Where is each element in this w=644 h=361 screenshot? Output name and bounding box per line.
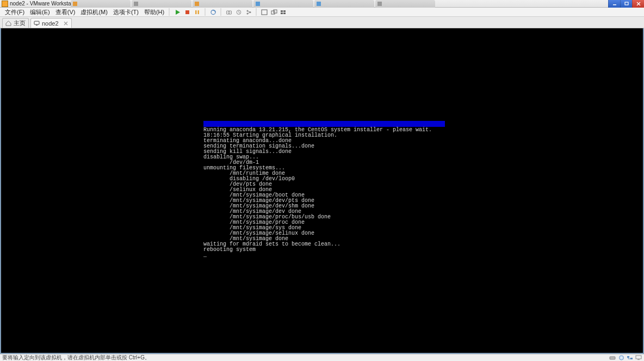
separator	[169, 8, 170, 16]
vm-display-frame: Running anaconda 13.21.215, the CentOS s…	[0, 28, 644, 354]
svg-rect-15	[271, 11, 275, 14]
tab-home[interactable]: 主页	[2, 18, 29, 28]
svg-rect-3	[185, 10, 189, 14]
browser-background-tabs	[71, 0, 435, 8]
window-minimize-button[interactable]	[608, 0, 620, 8]
power-on-button[interactable]	[174, 8, 182, 16]
home-icon	[5, 20, 11, 26]
svg-rect-21	[34, 21, 39, 25]
vm-console[interactable]: Running anaconda 13.21.215, the CentOS s…	[1, 28, 643, 353]
svg-rect-4	[195, 10, 197, 14]
favicon-icon	[256, 2, 260, 6]
separator	[220, 8, 221, 16]
svg-point-9	[228, 11, 230, 14]
snapshot-take-button[interactable]	[225, 8, 233, 16]
bg-tab[interactable]	[375, 0, 435, 8]
menu-edit[interactable]: 编辑(E)	[27, 8, 53, 17]
progress-bar	[203, 121, 445, 127]
power-off-button[interactable]	[183, 8, 191, 16]
document-tabstrip: 主页 node2	[0, 17, 644, 28]
bg-tab[interactable]	[314, 0, 374, 8]
snapshot-button[interactable]	[209, 8, 217, 16]
unity-button[interactable]	[270, 8, 278, 16]
cd-icon[interactable]	[618, 355, 624, 360]
statusbar-device-icons	[609, 355, 642, 360]
bg-tab[interactable]	[71, 0, 131, 8]
tab-node2-label: node2	[42, 20, 59, 27]
favicon-icon	[317, 2, 321, 6]
window-close-button[interactable]	[632, 0, 644, 8]
window-controls	[608, 0, 644, 8]
hdd-icon[interactable]	[609, 355, 616, 360]
console-text: Running anaconda 13.21.215, the CentOS s…	[203, 127, 445, 258]
svg-rect-16	[274, 10, 277, 13]
menu-help[interactable]: 帮助(H)	[141, 8, 167, 17]
bg-tab[interactable]	[193, 0, 252, 8]
svg-rect-0	[613, 4, 616, 5]
snapshot-revert-button[interactable]	[234, 8, 243, 16]
vmware-app-icon	[2, 1, 8, 7]
toolbar	[174, 8, 288, 16]
console-output: Running anaconda 13.21.215, the CentOS s…	[203, 121, 445, 258]
svg-rect-5	[198, 10, 200, 14]
bg-tab[interactable]	[132, 0, 191, 8]
menu-tabs[interactable]: 选项卡(T)	[110, 8, 141, 17]
window-titlebar: node2 - VMware Workstation	[0, 0, 644, 8]
svg-rect-1	[625, 2, 628, 5]
svg-marker-2	[176, 10, 180, 15]
menubar: 文件(F) 编辑(E) 查看(V) 虚拟机(M) 选项卡(T) 帮助(H)	[0, 8, 644, 17]
svg-point-25	[621, 357, 622, 358]
svg-rect-18	[283, 10, 286, 12]
network-icon[interactable]	[627, 355, 633, 360]
svg-rect-28	[636, 356, 641, 359]
suspend-button[interactable]	[193, 8, 201, 16]
menu-vm[interactable]: 虚拟机(M)	[78, 8, 110, 17]
svg-rect-26	[627, 356, 629, 358]
separator	[205, 8, 206, 16]
svg-rect-14	[262, 10, 267, 15]
svg-rect-17	[281, 10, 283, 12]
tab-close-button[interactable]	[63, 21, 69, 26]
separator	[256, 8, 257, 16]
tab-home-label: 主页	[14, 19, 26, 27]
favicon-icon	[195, 2, 199, 6]
window-title: node2 - VMware Workstation	[10, 1, 80, 7]
bg-tab[interactable]	[253, 0, 313, 8]
menu-file[interactable]: 文件(F)	[2, 8, 27, 17]
favicon-icon	[377, 2, 382, 6]
svg-rect-29	[637, 359, 640, 360]
statusbar-hint: 要将输入定向到该虚拟机，请在虚拟机内部单击或按 Ctrl+G。	[2, 354, 150, 361]
thumbnail-button[interactable]	[280, 8, 288, 16]
menu-view[interactable]: 查看(V)	[53, 8, 78, 17]
display-icon[interactable]	[635, 355, 642, 360]
tab-node2[interactable]: node2	[30, 18, 72, 28]
favicon-icon	[73, 2, 77, 6]
svg-rect-20	[283, 13, 286, 14]
window-maximize-button[interactable]	[620, 0, 632, 8]
fullscreen-button[interactable]	[260, 8, 268, 16]
svg-rect-19	[281, 13, 283, 14]
statusbar: 要将输入定向到该虚拟机，请在虚拟机内部单击或按 Ctrl+G。	[0, 354, 644, 361]
vm-icon	[34, 20, 40, 26]
snapshot-manager-button[interactable]	[244, 8, 252, 16]
svg-rect-23	[610, 357, 615, 359]
favicon-icon	[134, 2, 138, 6]
svg-rect-22	[36, 25, 38, 26]
